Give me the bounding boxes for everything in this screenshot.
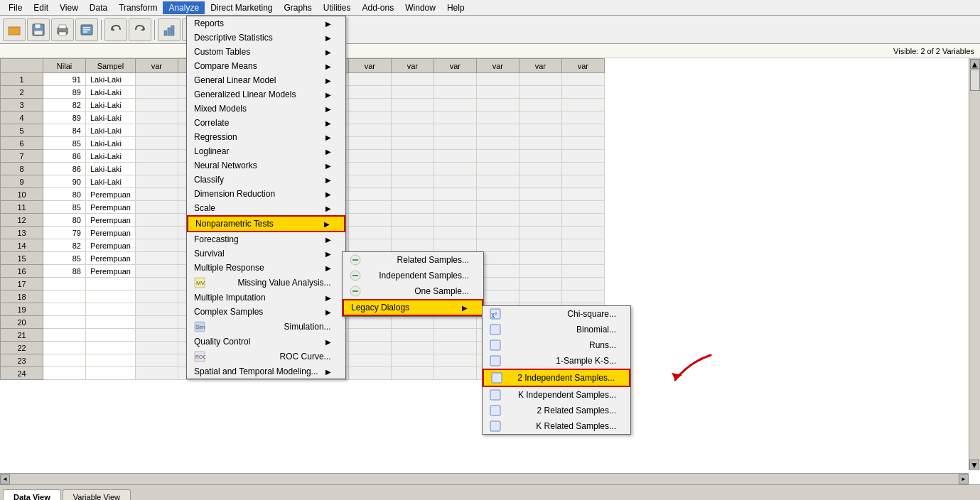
- cell-var[interactable]: [476, 214, 519, 227]
- menu-2-related[interactable]: 2 Related Samples...: [483, 403, 630, 418]
- menu-k-independent[interactable]: K Independent Samples...: [483, 387, 630, 403]
- cell-sampel[interactable]: [86, 354, 136, 367]
- cell-nilai[interactable]: [43, 290, 86, 303]
- cell-var[interactable]: [561, 214, 604, 227]
- cell-sampel[interactable]: Perempuan: [86, 227, 136, 239]
- tab-variable-view[interactable]: Variable View: [63, 489, 131, 500]
- cell-nilai[interactable]: 79: [43, 227, 86, 239]
- cell-var[interactable]: [348, 175, 391, 188]
- cell-var[interactable]: [348, 354, 391, 367]
- cell-var[interactable]: [348, 367, 391, 380]
- cell-sampel[interactable]: Laki-Laki: [86, 73, 136, 86]
- cell-var[interactable]: [391, 239, 434, 252]
- cell-var[interactable]: [434, 227, 476, 239]
- cell-sampel[interactable]: [86, 278, 136, 290]
- menu-classify[interactable]: Classify▶: [187, 173, 345, 187]
- cell-var[interactable]: [348, 239, 391, 252]
- cell-var[interactable]: [135, 163, 178, 175]
- cell-nilai[interactable]: [43, 354, 86, 367]
- scrollbar-vertical[interactable]: ▲ ▼: [969, 58, 980, 470]
- cell-var[interactable]: [135, 316, 178, 329]
- cell-var[interactable]: [391, 137, 434, 150]
- menu-multiple-response[interactable]: Multiple Response▶: [187, 261, 345, 275]
- cell-nilai[interactable]: [43, 329, 86, 342]
- toolbar-redo[interactable]: [129, 18, 151, 41]
- cell-var[interactable]: [348, 329, 391, 342]
- cell-var[interactable]: [348, 188, 391, 201]
- cell-sampel[interactable]: Laki-Laki: [86, 175, 136, 188]
- cell-var[interactable]: [434, 175, 476, 188]
- col-header-var1[interactable]: var: [135, 59, 178, 73]
- cell-var[interactable]: [391, 214, 434, 227]
- cell-var[interactable]: [135, 150, 178, 163]
- cell-nilai[interactable]: [43, 303, 86, 316]
- cell-var[interactable]: [561, 150, 604, 163]
- cell-sampel[interactable]: [86, 342, 136, 354]
- cell-var[interactable]: [348, 163, 391, 175]
- cell-sampel[interactable]: Perempuan: [86, 214, 136, 227]
- cell-nilai[interactable]: 90: [43, 175, 86, 188]
- menu-multiple-imputation[interactable]: Multiple Imputation▶: [187, 290, 345, 305]
- cell-var[interactable]: [519, 278, 561, 290]
- cell-var[interactable]: [519, 150, 561, 163]
- cell-var[interactable]: [135, 367, 178, 380]
- menu-loglinear[interactable]: Loglinear▶: [187, 144, 345, 158]
- menu-1-sample-ks[interactable]: 1-Sample K-S...: [483, 353, 630, 369]
- cell-var[interactable]: [434, 73, 476, 86]
- cell-nilai[interactable]: 89: [43, 112, 86, 124]
- cell-var[interactable]: [434, 99, 476, 112]
- menu-window[interactable]: Window: [399, 1, 441, 14]
- cell-var[interactable]: [519, 201, 561, 214]
- toolbar-open[interactable]: [3, 18, 26, 41]
- cell-var[interactable]: [476, 150, 519, 163]
- cell-sampel[interactable]: [86, 367, 136, 380]
- cell-var[interactable]: [519, 290, 561, 303]
- cell-var[interactable]: [519, 163, 561, 175]
- cell-sampel[interactable]: [86, 303, 136, 316]
- toolbar-chart[interactable]: [158, 18, 181, 41]
- menu-nonparametric[interactable]: Nonparametric Tests▶: [187, 215, 345, 232]
- cell-var[interactable]: [434, 354, 476, 367]
- cell-var[interactable]: [476, 112, 519, 124]
- cell-var[interactable]: [434, 201, 476, 214]
- cell-nilai[interactable]: 84: [43, 124, 86, 137]
- cell-var[interactable]: [391, 329, 434, 342]
- cell-var[interactable]: [391, 150, 434, 163]
- cell-var[interactable]: [519, 265, 561, 278]
- toolbar-undo[interactable]: [104, 18, 127, 41]
- cell-var[interactable]: [476, 227, 519, 239]
- cell-var[interactable]: [519, 73, 561, 86]
- toolbar-save[interactable]: [27, 18, 50, 41]
- cell-sampel[interactable]: [86, 329, 136, 342]
- col-header-sampel[interactable]: Sampel: [86, 59, 136, 73]
- menu-correlate[interactable]: Correlate▶: [187, 116, 345, 130]
- cell-sampel[interactable]: Perempuan: [86, 201, 136, 214]
- cell-nilai[interactable]: 89: [43, 86, 86, 99]
- cell-var[interactable]: [561, 175, 604, 188]
- cell-nilai[interactable]: 82: [43, 239, 86, 252]
- cell-var[interactable]: [476, 188, 519, 201]
- cell-var[interactable]: [135, 73, 178, 86]
- cell-var[interactable]: [434, 342, 476, 354]
- col-header-var9[interactable]: var: [476, 59, 519, 73]
- cell-var[interactable]: [561, 252, 604, 265]
- cell-nilai[interactable]: 91: [43, 73, 86, 86]
- cell-nilai[interactable]: 85: [43, 201, 86, 214]
- cell-var[interactable]: [348, 99, 391, 112]
- cell-sampel[interactable]: Laki-Laki: [86, 137, 136, 150]
- cell-var[interactable]: [348, 112, 391, 124]
- menu-neural[interactable]: Neural Networks▶: [187, 158, 345, 173]
- cell-var[interactable]: [476, 175, 519, 188]
- cell-var[interactable]: [476, 163, 519, 175]
- cell-var[interactable]: [519, 252, 561, 265]
- cell-var[interactable]: [519, 124, 561, 137]
- cell-var[interactable]: [561, 227, 604, 239]
- cell-var[interactable]: [519, 175, 561, 188]
- cell-nilai[interactable]: 80: [43, 188, 86, 201]
- cell-var[interactable]: [348, 137, 391, 150]
- cell-var[interactable]: [561, 201, 604, 214]
- cell-var[interactable]: [135, 214, 178, 227]
- cell-var[interactable]: [561, 278, 604, 290]
- menu-spatial[interactable]: Spatial and Temporal Modeling...▶: [187, 364, 345, 379]
- menu-regression[interactable]: Regression▶: [187, 130, 345, 144]
